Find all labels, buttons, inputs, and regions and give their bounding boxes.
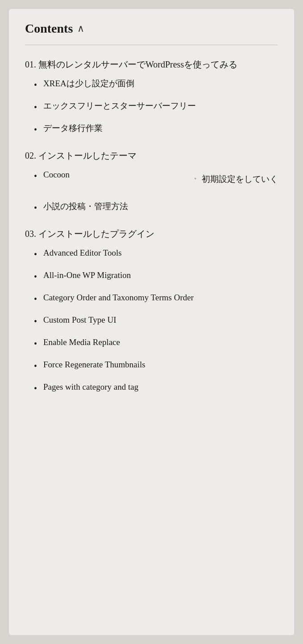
list-item-text: 初期設定をしていく (202, 173, 278, 186)
list-item: •データ移行作業 (34, 122, 278, 136)
list-item-text: Custom Post Type UI (43, 314, 278, 327)
list-item-text: 小説の投稿・管理方法 (43, 200, 278, 213)
sub-list: •Cocoon◦初期設定をしていく•小説の投稿・管理方法 (25, 168, 278, 215)
toc-section: 03. インストールしたプラグイン•Advanced Editor Tools•… (25, 227, 278, 395)
list-item: •Custom Post Type UI (34, 314, 278, 328)
list-item-text: データ移行作業 (43, 122, 278, 135)
toc-sections-list: 01. 無料のレンタルサーバーでWordPressを使ってみる•XREAは少し設… (25, 58, 278, 395)
list-item-text: エックスフリーとスターサーバーフリー (43, 100, 278, 113)
list-item: •All-in-One WP Migration (34, 269, 278, 283)
bullet-icon: • (34, 78, 37, 92)
bullet-icon: • (34, 201, 37, 215)
list-item-text: Cocoon (43, 168, 187, 181)
list-item: ◦初期設定をしていく (195, 173, 278, 186)
chevron-up-icon[interactable]: ∧ (77, 23, 84, 34)
toc-section: 02. インストールしたテーマ•Cocoon◦初期設定をしていく•小説の投稿・管… (25, 149, 278, 215)
list-item: •Enable Media Replace (34, 336, 278, 350)
list-item: •小説の投稿・管理方法 (34, 200, 278, 215)
list-item: •エックスフリーとスターサーバーフリー (34, 100, 278, 114)
bullet-icon: • (34, 292, 37, 306)
list-item-text: All-in-One WP Migration (43, 269, 278, 282)
list-item-text: Advanced Editor Tools (43, 247, 278, 260)
sub-sub-list: ◦初期設定をしていく (187, 173, 278, 192)
bullet-icon: • (34, 101, 37, 114)
toc-header: Contents ∧ (25, 21, 278, 36)
bullet-icon: • (34, 123, 37, 136)
circle-bullet-icon: ◦ (195, 174, 196, 182)
bullet-icon: • (34, 337, 37, 350)
list-item-text: Category Order and Taxonomy Terms Order (43, 291, 278, 304)
bullet-icon: • (34, 270, 37, 283)
sub-list: •Advanced Editor Tools•All-in-One WP Mig… (25, 247, 278, 395)
list-item: •Pages with category and tag (34, 381, 278, 395)
section-title: 03. インストールしたプラグイン (25, 227, 278, 240)
toc-title: Contents (25, 21, 73, 36)
list-item-text: Pages with category and tag (43, 381, 278, 394)
toc-section: 01. 無料のレンタルサーバーでWordPressを使ってみる•XREAは少し設… (25, 58, 278, 136)
sub-list: •XREAは少し設定が面倒•エックスフリーとスターサーバーフリー•データ移行作業 (25, 77, 278, 136)
toc-container: Contents ∧ 01. 無料のレンタルサーバーでWordPressを使って… (9, 9, 294, 635)
list-item-text: XREAは少し設定が面倒 (43, 77, 278, 90)
list-item: •Category Order and Taxonomy Terms Order (34, 291, 278, 306)
list-item-text: Enable Media Replace (43, 336, 278, 349)
list-item-text: Force Regenerate Thumbnails (43, 358, 278, 371)
list-item: •Force Regenerate Thumbnails (34, 358, 278, 373)
section-title: 02. インストールしたテーマ (25, 149, 278, 162)
bullet-icon: • (34, 315, 37, 328)
bullet-icon: • (34, 359, 37, 373)
toc-divider (25, 45, 278, 45)
section-title: 01. 無料のレンタルサーバーでWordPressを使ってみる (25, 58, 278, 71)
bullet-icon: • (34, 169, 37, 183)
bullet-icon: • (34, 248, 37, 261)
list-item: •Advanced Editor Tools (34, 247, 278, 261)
list-item: •XREAは少し設定が面倒 (34, 77, 278, 92)
list-item: •Cocoon◦初期設定をしていく (34, 168, 278, 192)
bullet-icon: • (34, 382, 37, 395)
